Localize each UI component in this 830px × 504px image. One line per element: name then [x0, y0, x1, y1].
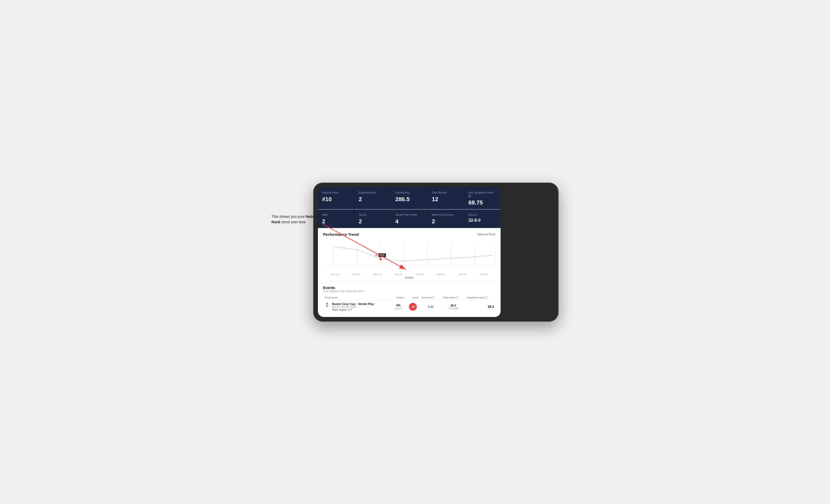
- annotation-text: This shows you your National Rank trend …: [272, 214, 324, 225]
- total-rounds-sub: 3 Rounds: [443, 307, 464, 310]
- stat-national-rank: National Rank #10: [318, 187, 354, 209]
- total-points-info-icon[interactable]: ⓘ: [455, 296, 458, 299]
- stat-avg-weighted-value: 68.75: [469, 199, 497, 206]
- performance-chart: #10: [323, 240, 496, 271]
- annotation-before: This shows you your: [272, 214, 306, 219]
- weighted-points-value: 28.3: [467, 305, 494, 309]
- rank-impact-arrow-down: ▼: [350, 309, 352, 311]
- stat-record-label: Record: [469, 213, 497, 216]
- table-row: 🏌 Buster Cozy Cup – Stroke Play Oct 9 – …: [323, 300, 496, 313]
- event-sg-value: 0.45: [422, 305, 440, 308]
- tablet-frame: National Rank #10 Regional Rank 2 Scorin…: [313, 182, 558, 322]
- events-table-header-row: Event Name Position Score Event SG ⓘ: [323, 295, 496, 300]
- stat-scoring-avg-label: Scoring Avg.: [395, 191, 423, 194]
- outer-container: This shows you your National Rank trend …: [272, 182, 558, 322]
- stat-regional-rank-label: Regional Rank: [359, 191, 387, 194]
- chart-x-label-dec23: DEC 23: [367, 273, 388, 276]
- performance-title: Performance Trend: [323, 232, 359, 237]
- annotation-after: trend over time: [280, 220, 306, 224]
- stat-regional-rank: Regional Rank 2: [354, 187, 391, 209]
- stat-stroke-play-value: 4: [395, 218, 423, 225]
- events-last-updated: Last updated: 24th November 2023: [323, 290, 496, 293]
- stat-stroke-play: Stroke Play Events 4: [391, 209, 427, 228]
- stat-scoring-avg: Scoring Avg. 286.5: [391, 187, 427, 209]
- weighted-points-cell: 28.3: [465, 300, 496, 313]
- events-table: Event Name Position Score Event SG ⓘ: [323, 295, 496, 313]
- chart-x-axis-label: Months: [323, 276, 496, 279]
- events-section: Events Last updated: 24th November 2023 …: [318, 282, 501, 317]
- performance-header: Performance Trend National Rank: [323, 232, 496, 237]
- tablet-screen: National Rank #10 Regional Rank 2 Scorin…: [318, 187, 501, 317]
- position-cell: 6th out of 7: [391, 300, 406, 313]
- event-sg-info-icon[interactable]: ⓘ: [432, 296, 435, 299]
- chart-dot: [375, 254, 377, 256]
- stat-regional-rank-value: 2: [359, 196, 387, 203]
- stat-top3s-label: Top 3s: [359, 213, 387, 216]
- rank-impact-label: Rank Impact: 3: [332, 308, 350, 311]
- chart-tooltip-label: #10: [379, 253, 386, 257]
- weighted-points-info-icon[interactable]: ⓘ: [484, 296, 487, 299]
- stat-national-rank-label: National Rank: [322, 191, 350, 194]
- position-sub: out of 7: [395, 307, 403, 310]
- stat-scoring-avg-value: 286.5: [395, 196, 423, 203]
- score-cell: -22: [406, 300, 420, 313]
- chart-tooltip: #10: [375, 253, 386, 257]
- performance-right-label: National Rank: [477, 233, 496, 236]
- stats-row-2: Wins 2 Top 3s 2 Stroke Play Events 4 Mat…: [318, 209, 501, 228]
- chart-svg: [323, 240, 496, 271]
- stat-top3s: Top 3s 2: [354, 209, 391, 228]
- event-date: Oct 9 – Oct 10, 2023: [332, 305, 374, 308]
- stat-avg-weighted: Avg. Weighted Points ⓘ 68.75: [464, 187, 501, 209]
- stat-record-value: 32-8-0: [469, 218, 497, 223]
- stat-stroke-play-label: Stroke Play Events: [395, 213, 423, 216]
- stat-avg-weighted-label: Avg. Weighted Points ⓘ: [469, 191, 497, 198]
- stat-top3s-value: 2: [359, 218, 387, 225]
- chart-x-label-oct23: OCT 23: [324, 273, 346, 276]
- stat-total-rounds-label: Total Rounds: [432, 191, 460, 194]
- stat-match-play: Match Play Events 2: [428, 209, 464, 228]
- total-points-value: 28.3: [443, 304, 464, 307]
- stat-total-rounds: Total Rounds 12: [428, 187, 464, 209]
- stats-row-1: National Rank #10 Regional Rank 2 Scorin…: [318, 187, 501, 209]
- avg-weighted-info-icon[interactable]: ⓘ: [469, 195, 471, 198]
- chart-x-label-feb24: FEB 24: [409, 273, 430, 276]
- event-sg-cell: 0.45: [420, 300, 441, 313]
- stat-total-rounds-value: 12: [432, 196, 460, 203]
- stat-wins-label: Wins: [322, 213, 350, 216]
- chart-x-labels: OCT 23 NOV 23 DEC 23 JAN 24 FEB 24 MAR 2…: [323, 273, 496, 276]
- score-badge: -22: [409, 303, 417, 311]
- chart-x-label-mar24: MAR 24: [430, 273, 452, 276]
- chart-x-label-nov23: NOV 23: [346, 273, 367, 276]
- events-title: Events: [323, 285, 496, 290]
- performance-section: Performance Trend National Rank: [318, 228, 501, 282]
- chart-x-label-apr24: APR 24: [452, 273, 473, 276]
- rank-impact: Rank Impact: 3 ▼: [332, 308, 374, 311]
- th-event-sg: Event SG ⓘ: [420, 295, 441, 300]
- golf-icon: 🏌: [325, 302, 330, 307]
- stat-record: Record 32-8-0: [464, 209, 501, 228]
- svg-point-11: [379, 258, 382, 260]
- th-total-points: Total Points ⓘ: [441, 295, 465, 300]
- th-score: Score: [406, 295, 420, 300]
- stat-match-play-value: 2: [432, 218, 460, 225]
- th-position: Position: [391, 295, 406, 300]
- stat-wins-value: 2: [322, 218, 350, 225]
- stat-match-play-label: Match Play Events: [432, 213, 460, 216]
- position-value: 6th: [396, 304, 401, 307]
- chart-x-label-jan24: JAN 24: [388, 273, 410, 276]
- total-points-cell: 28.3 3 Rounds: [441, 300, 465, 313]
- th-event-name: Event Name: [323, 295, 391, 300]
- th-weighted-points: Weighted Points ⓘ: [465, 295, 496, 300]
- event-name-cell: 🏌 Buster Cozy Cup – Stroke Play Oct 9 – …: [323, 300, 391, 313]
- stat-national-rank-value: #10: [322, 196, 350, 203]
- chart-x-label-may24: MAY 24: [473, 273, 494, 276]
- event-name: Buster Cozy Cup – Stroke Play: [332, 302, 374, 305]
